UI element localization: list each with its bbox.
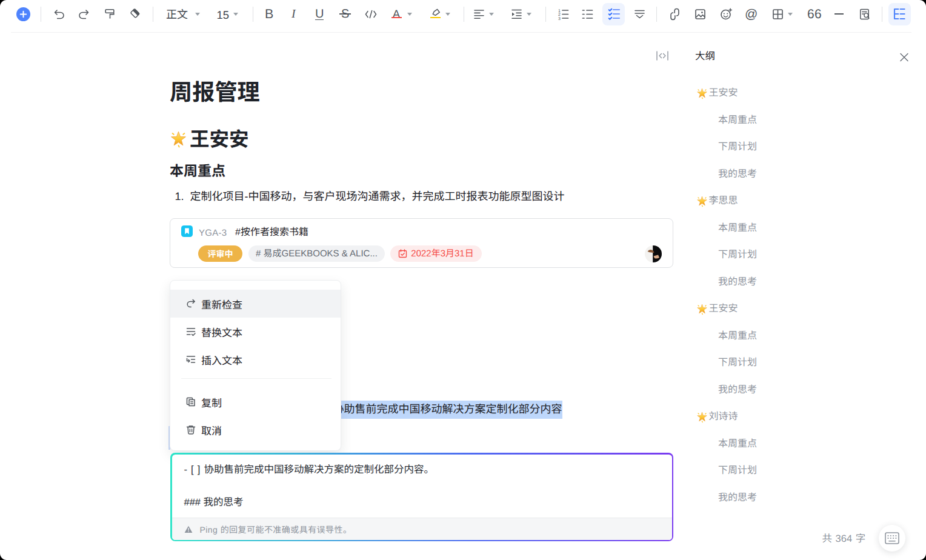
svg-text:3: 3: [558, 17, 561, 21]
